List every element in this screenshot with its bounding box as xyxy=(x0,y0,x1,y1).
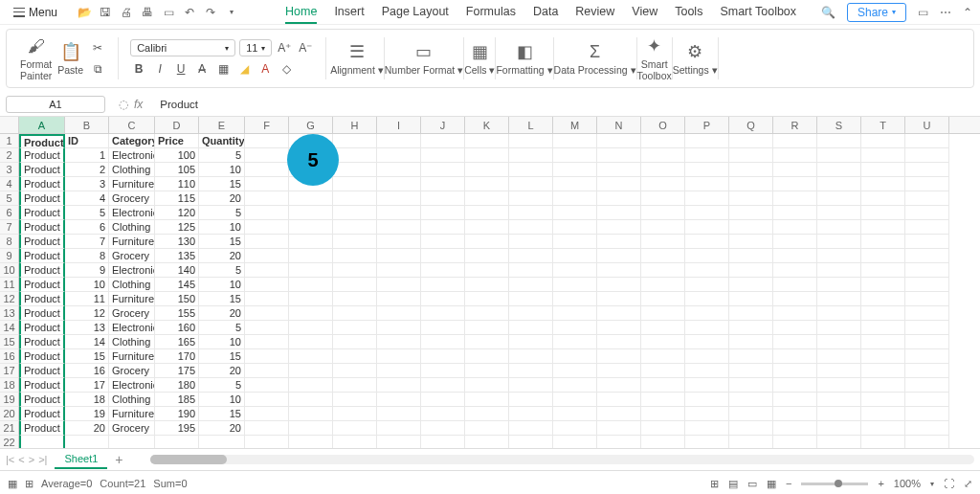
cell[interactable] xyxy=(421,163,465,177)
cell[interactable] xyxy=(377,321,421,335)
row-header[interactable]: 10 xyxy=(0,263,19,278)
cell[interactable]: 5 xyxy=(199,321,245,335)
cell[interactable] xyxy=(465,263,509,278)
cell[interactable] xyxy=(553,191,597,206)
cell[interactable] xyxy=(597,134,641,148)
cell[interactable] xyxy=(245,364,289,378)
cell[interactable] xyxy=(245,249,289,263)
cell[interactable] xyxy=(289,421,333,436)
cell[interactable] xyxy=(641,163,685,177)
cell[interactable] xyxy=(729,235,773,249)
cell[interactable] xyxy=(861,235,905,249)
col-header-C[interactable]: C xyxy=(109,117,155,133)
cell[interactable]: Grocery xyxy=(109,191,155,206)
cell[interactable] xyxy=(245,393,289,407)
smart-toolbox-button[interactable]: ✦Smart Toolbox xyxy=(637,35,672,81)
cell[interactable] xyxy=(685,148,729,163)
cell[interactable] xyxy=(465,378,509,393)
cell[interactable] xyxy=(641,148,685,163)
cell[interactable] xyxy=(553,421,597,436)
cell[interactable] xyxy=(773,206,817,220)
select-all-corner[interactable] xyxy=(0,117,19,133)
cell[interactable] xyxy=(597,335,641,349)
cell[interactable] xyxy=(333,263,377,278)
cell[interactable] xyxy=(817,349,861,364)
undo-icon[interactable]: ↶ xyxy=(182,6,197,19)
cell[interactable] xyxy=(685,206,729,220)
cell[interactable] xyxy=(333,220,377,235)
cell[interactable] xyxy=(509,163,553,177)
italic-button[interactable]: I xyxy=(151,60,168,78)
cell[interactable] xyxy=(817,292,861,306)
cell[interactable]: Product 1 xyxy=(19,349,65,364)
cell[interactable] xyxy=(861,263,905,278)
paste-button[interactable]: 📋 Paste xyxy=(57,41,83,76)
tab-view[interactable]: View xyxy=(632,1,657,24)
cell[interactable] xyxy=(377,364,421,378)
cell[interactable] xyxy=(905,436,949,448)
alignment-button[interactable]: ☰Alignment ▾ xyxy=(330,41,384,76)
cell[interactable] xyxy=(553,206,597,220)
cell[interactable] xyxy=(509,191,553,206)
cell[interactable]: Product 1 xyxy=(19,321,65,335)
cell[interactable]: 17 xyxy=(65,378,109,393)
cell[interactable] xyxy=(421,436,465,448)
cell[interactable] xyxy=(685,335,729,349)
cell[interactable] xyxy=(817,134,861,148)
cell[interactable] xyxy=(861,148,905,163)
cell[interactable] xyxy=(245,421,289,436)
cell[interactable] xyxy=(465,407,509,421)
cell[interactable] xyxy=(245,335,289,349)
cell[interactable]: 145 xyxy=(155,278,199,292)
cell[interactable] xyxy=(597,249,641,263)
cell[interactable]: 175 xyxy=(155,364,199,378)
cell[interactable] xyxy=(245,191,289,206)
cell[interactable]: 10 xyxy=(199,278,245,292)
cell[interactable]: 20 xyxy=(65,421,109,436)
preview-icon[interactable]: ▭ xyxy=(161,6,176,19)
cell[interactable] xyxy=(861,278,905,292)
cell[interactable]: 20 xyxy=(199,421,245,436)
cell[interactable] xyxy=(333,177,377,191)
row-header[interactable]: 8 xyxy=(0,235,19,249)
row-header[interactable]: 19 xyxy=(0,393,19,407)
cell[interactable] xyxy=(729,364,773,378)
cell[interactable] xyxy=(773,407,817,421)
cell[interactable] xyxy=(597,407,641,421)
cell[interactable] xyxy=(553,134,597,148)
cell[interactable] xyxy=(817,235,861,249)
cell[interactable] xyxy=(509,206,553,220)
cell[interactable]: 5 xyxy=(199,206,245,220)
cell[interactable] xyxy=(597,235,641,249)
cell[interactable]: 18 xyxy=(65,393,109,407)
cell[interactable]: 15 xyxy=(199,407,245,421)
cell[interactable] xyxy=(465,364,509,378)
cell[interactable] xyxy=(509,249,553,263)
cell[interactable]: Grocery xyxy=(109,306,155,321)
cell[interactable] xyxy=(333,378,377,393)
cell[interactable]: 130 xyxy=(155,235,199,249)
cell[interactable] xyxy=(245,206,289,220)
cell[interactable]: ID xyxy=(65,134,109,148)
cell[interactable]: 14 xyxy=(65,335,109,349)
cell[interactable]: 190 xyxy=(155,407,199,421)
cell[interactable] xyxy=(245,163,289,177)
cell[interactable] xyxy=(685,349,729,364)
cell[interactable] xyxy=(685,407,729,421)
cell[interactable] xyxy=(773,349,817,364)
next-sheet-icon[interactable]: > xyxy=(29,454,34,465)
cell[interactable]: 5 xyxy=(65,206,109,220)
cell[interactable] xyxy=(421,148,465,163)
cell[interactable] xyxy=(421,235,465,249)
cell[interactable]: Product 7 xyxy=(19,235,65,249)
fill-color-button[interactable]: ◢ xyxy=(235,60,253,78)
cell[interactable] xyxy=(333,321,377,335)
cell[interactable] xyxy=(509,364,553,378)
cell[interactable] xyxy=(641,249,685,263)
cell[interactable] xyxy=(597,177,641,191)
cell[interactable]: 11 xyxy=(65,292,109,306)
cell[interactable] xyxy=(861,421,905,436)
qat-more-icon[interactable]: ▾ xyxy=(224,8,239,16)
open-icon[interactable]: 📂 xyxy=(77,6,92,19)
cell[interactable] xyxy=(773,263,817,278)
